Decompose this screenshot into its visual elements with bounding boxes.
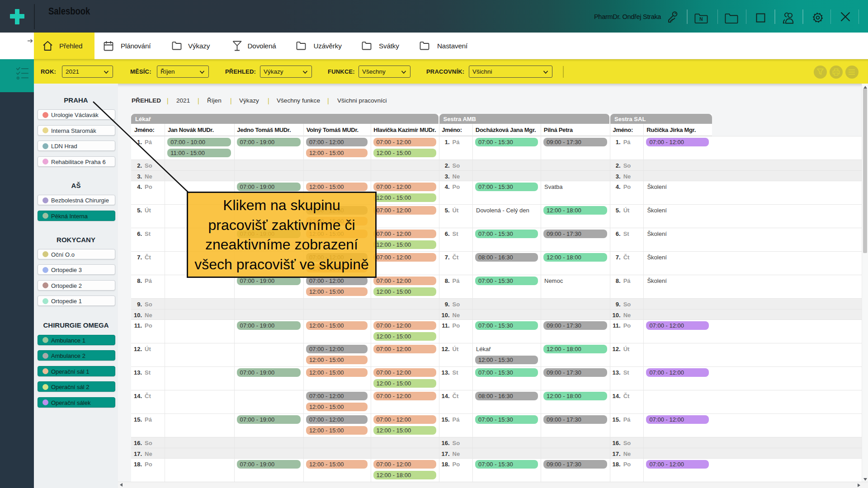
svg-text:N: N bbox=[699, 17, 703, 22]
